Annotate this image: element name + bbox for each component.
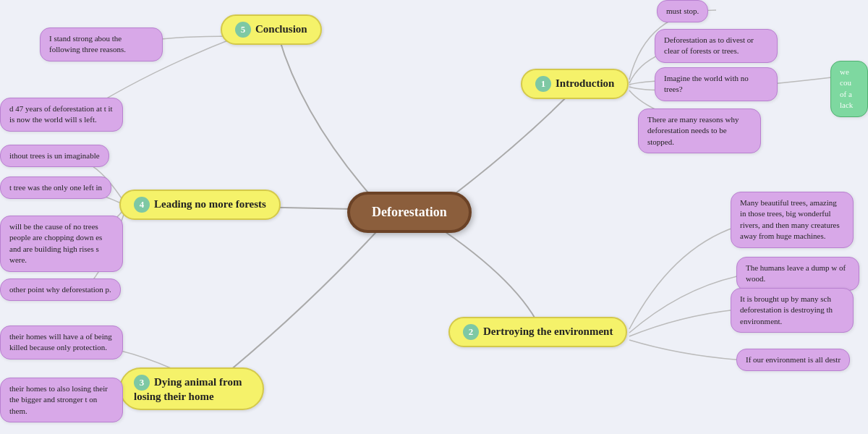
detail-leading-4: other point why deforestation p. — [0, 278, 121, 301]
detail-intro-4-green: we cou of a lack — [830, 61, 868, 117]
detail-destroying-4: If our environment is all destr — [736, 349, 850, 371]
detail-intro-3: Imagine the world with no trees? — [655, 67, 778, 101]
detail-dying-2: their homes to also losing their the big… — [0, 378, 123, 422]
leading-label: Leading no more forests — [154, 198, 266, 210]
leading-num: 4 — [134, 197, 150, 213]
topic-dying[interactable]: 3Dying animal from losing their home — [119, 367, 264, 410]
detail-intro-5: There are many reasons why deforestation… — [638, 109, 761, 153]
topic-introduction[interactable]: 1Introduction — [521, 69, 629, 99]
destroying-num: 2 — [463, 324, 479, 340]
dying-label: Dying animal from losing their home — [134, 376, 242, 402]
center-node: Deforestation — [347, 192, 472, 233]
dying-num: 3 — [134, 375, 150, 391]
detail-conclusion-2: d 47 years of deforestation at t it is n… — [0, 98, 123, 132]
detail-conclusion-1: I stand strong abou the following three … — [40, 27, 163, 61]
detail-destroying-1: Many beautiful trees, amazing in those t… — [731, 192, 854, 248]
center-label: Deforestation — [372, 205, 447, 219]
destroying-label: Dertroying the environment — [483, 326, 613, 337]
detail-leading-1: ithout trees is un imaginable — [0, 145, 109, 167]
detail-destroying-3: It is brought up by many sch deforestati… — [731, 288, 854, 333]
detail-leading-3: will be the cause of no trees people are… — [0, 216, 123, 272]
detail-intro-2: Deforestation as to divest or clear of f… — [655, 29, 778, 63]
conclusion-num: 5 — [235, 22, 251, 38]
topic-conclusion[interactable]: 5Conclusion — [221, 14, 322, 45]
topic-leading[interactable]: 4Leading no more forests — [119, 190, 281, 220]
introduction-label: Introduction — [556, 77, 614, 89]
detail-leading-2: t tree was the only one left in — [0, 176, 111, 199]
detail-dying-1: their homes will have a of being killed … — [0, 326, 123, 359]
detail-intro-1: must stop. — [657, 0, 708, 22]
detail-destroying-2: The humans leave a dump w of wood. — [736, 257, 859, 291]
introduction-num: 1 — [535, 76, 551, 92]
conclusion-label: Conclusion — [255, 23, 307, 35]
topic-destroying[interactable]: 2Dertroying the environment — [448, 317, 627, 347]
